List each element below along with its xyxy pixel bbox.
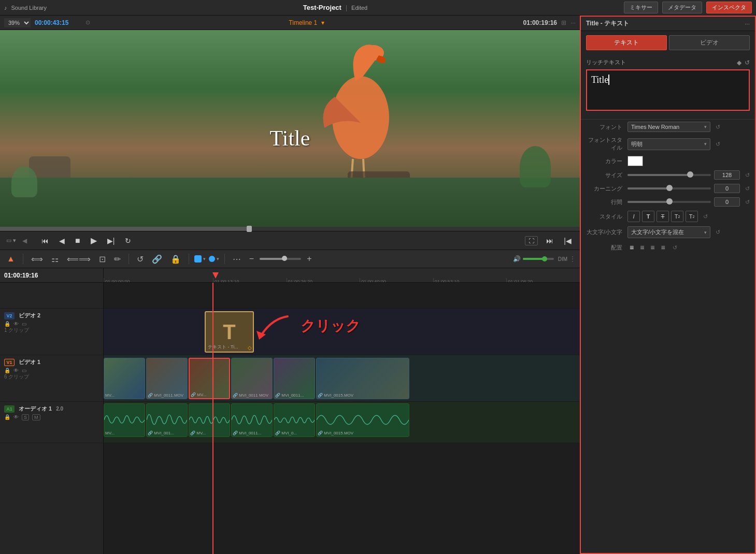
align-label: 配置 xyxy=(586,244,627,252)
snap-button[interactable]: ⋯ xyxy=(230,253,244,266)
lock-icon-a1[interactable]: 🔒 xyxy=(4,414,10,420)
case-dropdown[interactable]: 大文字/小文字を混在 ▾ xyxy=(627,226,710,238)
metadata-button[interactable]: メタデータ xyxy=(662,2,702,13)
font-reset-button[interactable]: ↺ xyxy=(716,124,720,130)
divider4 xyxy=(224,254,225,264)
eye-icon-a1[interactable]: 👁 xyxy=(13,414,19,420)
aspect-ratio-selector[interactable]: ▭ ▾ xyxy=(6,237,16,244)
diamond-icon[interactable]: ◆ xyxy=(737,59,741,66)
video-clip-6[interactable]: 🔗 MVI_0015.MOV xyxy=(316,358,409,399)
fullscreen-button[interactable]: ⛶ xyxy=(525,236,538,245)
zoom-slider[interactable] xyxy=(260,258,301,260)
seekbar-thumb[interactable] xyxy=(247,226,252,232)
align-center-button[interactable]: ≡ xyxy=(638,242,646,253)
fontstyle-reset-button[interactable]: ↺ xyxy=(716,141,720,148)
eye-icon-v1[interactable]: 👁 xyxy=(13,368,19,373)
track-dot-selector[interactable]: ▾ xyxy=(209,256,219,262)
case-reset-button[interactable]: ↺ xyxy=(716,229,720,236)
trim-tool-button[interactable]: ⟺ xyxy=(28,253,46,266)
video-clip-5[interactable]: 🔗 MVI_0011... xyxy=(274,358,315,399)
mixer-button[interactable]: ミキサー xyxy=(624,2,658,13)
video-clip-1[interactable]: MV... xyxy=(104,358,145,399)
link-button[interactable]: 🔗 xyxy=(149,253,165,266)
audio-clip-5[interactable]: 🔗 MVI_0... xyxy=(274,403,315,437)
italic-button[interactable]: I xyxy=(627,211,640,222)
align-left-button[interactable]: ≡ xyxy=(627,242,636,253)
fontstyle-dropdown[interactable]: 明朝 ▾ xyxy=(627,138,710,150)
minus-button[interactable]: − xyxy=(247,253,256,265)
plus-button[interactable]: + xyxy=(304,253,314,265)
lock-icon[interactable]: 🔒 xyxy=(4,321,10,327)
linespace-input[interactable] xyxy=(714,197,740,207)
linespace-slider[interactable] xyxy=(627,201,711,203)
size-slider[interactable] xyxy=(627,174,711,176)
step-forward-button[interactable]: ▶| xyxy=(105,236,117,246)
audio-clip-3[interactable]: 🔗 MV... xyxy=(189,403,230,437)
preview-seekbar[interactable] xyxy=(0,227,580,231)
step-back-button[interactable]: ◀ xyxy=(57,236,67,246)
audio-clip-2[interactable]: 🔗 MVI_001... xyxy=(146,403,188,437)
style-reset-button[interactable]: ↺ xyxy=(703,213,708,220)
tab-text[interactable]: テキスト xyxy=(586,35,667,50)
zoom-select[interactable]: 39% xyxy=(4,18,31,27)
reset-icon[interactable]: ↺ xyxy=(745,59,750,66)
inspector-button[interactable]: インスペクタ xyxy=(706,2,752,13)
audio-clip-4[interactable]: 🔗 MVI_0011... xyxy=(231,403,273,437)
lock-button[interactable]: 🔒 xyxy=(168,253,183,266)
loop-button[interactable]: ↻ xyxy=(123,236,133,246)
kerning-reset-button[interactable]: ↺ xyxy=(745,185,750,192)
slide-tool-button[interactable]: ⊡ xyxy=(96,253,108,266)
font-dropdown[interactable]: Times New Roman ▾ xyxy=(627,122,710,132)
kerning-slider[interactable] xyxy=(627,187,711,189)
audio-clip-6[interactable]: 🔗 MVI_0015.MOV xyxy=(316,403,409,437)
size-slider-thumb[interactable] xyxy=(687,171,693,178)
prev-clip-button[interactable]: |◀ xyxy=(562,236,574,246)
select-tool-button[interactable]: ▲ xyxy=(4,253,18,265)
eye-icon[interactable]: 👁 xyxy=(13,321,19,327)
color-swatch[interactable] xyxy=(627,156,643,166)
v2-track[interactable]: T テキスト - Ti... ◇ クリック xyxy=(104,309,580,355)
unlink-button[interactable]: ↺ xyxy=(134,253,146,266)
track-color-selector[interactable]: ▾ xyxy=(194,255,206,263)
align-reset-button[interactable]: ↺ xyxy=(673,244,677,251)
align-right-button[interactable]: ≡ xyxy=(648,242,657,253)
richtext-content[interactable]: Title xyxy=(591,75,609,85)
video-clip-2[interactable]: 🔗 MVI_0011.MOV xyxy=(146,358,188,399)
skip-end-button[interactable]: ⏭ xyxy=(544,236,555,246)
v1-track[interactable]: MV... 🔗 MVI_0011.MOV 🔗 MV... xyxy=(104,355,580,402)
slip-tool-button[interactable]: ⟸⟹ xyxy=(64,253,93,266)
razor-tool-button[interactable]: ⚏ xyxy=(49,253,61,266)
zoom-slider-thumb[interactable] xyxy=(282,256,287,261)
linespace-slider-thumb[interactable] xyxy=(666,198,673,205)
kerning-input[interactable] xyxy=(714,184,740,193)
linespace-reset-button[interactable]: ↺ xyxy=(745,199,750,206)
bold-button[interactable]: T xyxy=(642,211,654,222)
tab-video[interactable]: ビデオ xyxy=(669,35,750,50)
size-input[interactable] xyxy=(714,170,740,180)
video-clip-4[interactable]: 🔗 MVI_0011 MOV xyxy=(231,358,273,399)
subscript-button[interactable]: T2 xyxy=(686,211,698,222)
size-reset-button[interactable]: ↺ xyxy=(745,172,750,179)
skip-to-start-button[interactable]: ⏮ xyxy=(39,236,51,246)
align-justify-button[interactable]: ≡ xyxy=(659,242,667,253)
audio-clip-1[interactable]: MV... xyxy=(104,403,145,437)
s-button[interactable]: S xyxy=(22,414,29,420)
volume-slider[interactable] xyxy=(523,258,554,260)
play-button[interactable]: ▶ xyxy=(89,235,99,246)
stop-button[interactable]: ■ xyxy=(73,235,82,246)
strikethrough-button[interactable]: T xyxy=(657,211,669,222)
kerning-slider-thumb[interactable] xyxy=(666,185,673,191)
m-button[interactable]: M xyxy=(32,414,40,420)
track-label-v2: V2 ビデオ 2 🔒 👁 ▭ 1 クリップ xyxy=(0,309,103,355)
timeline-ruler[interactable]: 01:00:00:00 01:00:13:10 01:00:26:20 01:0… xyxy=(104,268,580,282)
video-clip-3[interactable]: 🔗 MV... xyxy=(189,358,230,399)
pen-tool-button[interactable]: ✏ xyxy=(111,253,123,266)
divider3 xyxy=(189,254,189,264)
richtext-box[interactable]: Title xyxy=(586,69,750,111)
lock-icon-v1[interactable]: 🔒 xyxy=(4,368,10,373)
superscript-button[interactable]: T2 xyxy=(671,211,683,222)
clip-icon[interactable]: ▭ xyxy=(22,321,26,327)
a1-track[interactable]: MV... 🔗 MVI_001... xyxy=(104,402,580,443)
clip-icon-v1[interactable]: ▭ xyxy=(22,368,26,373)
inspector-more-button[interactable]: ··· xyxy=(745,20,750,27)
